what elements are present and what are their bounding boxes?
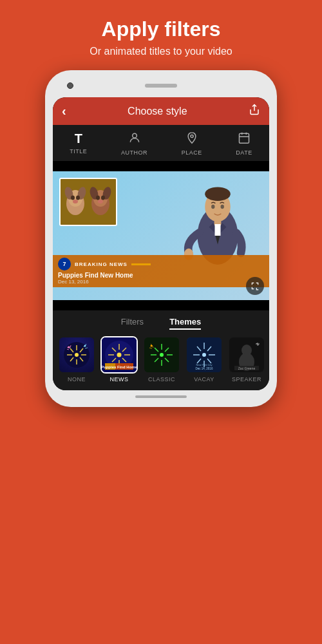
phone-bottom-bar bbox=[53, 395, 269, 398]
puppy-right bbox=[90, 184, 112, 220]
phone-speaker bbox=[145, 84, 177, 88]
svg-text:Dec 14, 2016: Dec 14, 2016 bbox=[196, 367, 213, 370]
sub-title: Or animated titles to your video bbox=[13, 46, 309, 57]
theme-news-label: NEWS bbox=[110, 376, 129, 383]
svg-point-9 bbox=[205, 187, 231, 202]
classic-theme-svg bbox=[144, 337, 179, 372]
svg-point-21 bbox=[76, 196, 80, 200]
date-icon bbox=[238, 131, 251, 147]
svg-point-14 bbox=[211, 205, 214, 209]
channel-logo: 7 bbox=[58, 258, 71, 270]
home-indicator bbox=[135, 395, 187, 398]
spacer-bottom bbox=[53, 300, 269, 310]
svg-rect-3 bbox=[240, 134, 249, 144]
author-icon bbox=[128, 131, 141, 147]
ticker-headline: Puppies Find New Home bbox=[58, 272, 264, 279]
theme-vacay-label: VACAY bbox=[194, 376, 214, 383]
back-button[interactable]: ‹ bbox=[62, 104, 66, 118]
news-theme-svg: Puppies Find Home bbox=[102, 337, 137, 372]
svg-point-29 bbox=[98, 200, 103, 204]
theme-classic-label: CLASSIC bbox=[148, 376, 175, 383]
news-ticker: 7 BREAKING NEWS Puppies Find New Home De… bbox=[53, 255, 269, 287]
place-label: PLACE bbox=[182, 149, 202, 156]
svg-point-22 bbox=[73, 200, 78, 204]
svg-point-72 bbox=[160, 353, 164, 357]
ticker-divider bbox=[131, 263, 151, 265]
svg-text:Puppies Find Home: Puppies Find Home bbox=[102, 365, 137, 369]
svg-point-39 bbox=[75, 353, 79, 357]
theme-news-bg: Puppies Find Home bbox=[102, 337, 137, 372]
theme-speaker[interactable]: Zac Greene SPEAKER bbox=[228, 336, 265, 383]
title-icon: T bbox=[75, 131, 82, 146]
tab-author[interactable]: AUTHOR bbox=[121, 131, 147, 156]
header-section: Apply filters Or animated titles to your… bbox=[0, 0, 322, 70]
tab-themes[interactable]: Themes bbox=[169, 317, 201, 330]
theme-none-bg bbox=[59, 337, 94, 372]
phone-top-bar bbox=[53, 79, 269, 92]
video-area: 7 BREAKING NEWS Puppies Find New Home De… bbox=[53, 171, 269, 300]
svg-point-20 bbox=[71, 196, 75, 200]
theme-news-thumbnail: Puppies Find Home bbox=[100, 336, 138, 374]
author-label: AUTHOR bbox=[121, 149, 147, 156]
svg-point-48 bbox=[84, 345, 86, 347]
svg-point-1 bbox=[132, 134, 137, 138]
svg-point-27 bbox=[96, 196, 100, 200]
theme-vacay-bg: Dec 14, 2016 New York City bbox=[187, 337, 222, 372]
bottom-section: Filters Themes bbox=[53, 310, 269, 390]
theme-speaker-thumbnail: Zac Greene bbox=[228, 336, 265, 374]
theme-items-list: NONE bbox=[53, 336, 269, 383]
camera-icon bbox=[67, 82, 73, 89]
share-icon bbox=[249, 104, 260, 115]
theme-classic-thumbnail bbox=[143, 336, 180, 374]
phone-screen: ‹ Choose style T TITLE bbox=[53, 97, 269, 390]
speaker-theme-svg: Zac Greene bbox=[229, 337, 264, 372]
vacay-theme-svg: Dec 14, 2016 New York City bbox=[187, 337, 222, 372]
fullscreen-icon bbox=[251, 281, 260, 290]
video-background: 7 BREAKING NEWS Puppies Find New Home De… bbox=[53, 171, 269, 300]
fullscreen-button[interactable] bbox=[246, 277, 264, 295]
ticker-date: Dec 13, 2016 bbox=[58, 279, 264, 285]
svg-point-76 bbox=[151, 345, 153, 347]
date-label: DATE bbox=[236, 149, 252, 156]
phone-wrapper: ‹ Choose style T TITLE bbox=[42, 70, 280, 407]
inset-puppies-box bbox=[59, 178, 117, 226]
theme-none-label: NONE bbox=[68, 376, 86, 383]
main-title: Apply filters bbox=[13, 18, 309, 41]
tab-filters[interactable]: Filters bbox=[121, 317, 144, 330]
theme-classic[interactable]: CLASSIC bbox=[143, 336, 180, 383]
filter-tabs: Filters Themes bbox=[53, 317, 269, 330]
phone-outer: ‹ Choose style T TITLE bbox=[45, 70, 277, 407]
tab-title[interactable]: T TITLE bbox=[70, 131, 87, 156]
svg-point-15 bbox=[221, 205, 224, 209]
puppies-bg bbox=[61, 179, 116, 225]
theme-none[interactable]: NONE bbox=[58, 336, 95, 383]
category-tabs: T TITLE AUTHOR bbox=[53, 125, 269, 161]
breaking-news-label: BREAKING NEWS bbox=[75, 261, 128, 267]
share-button[interactable] bbox=[249, 104, 260, 118]
theme-news[interactable]: Puppies Find Home NEWS bbox=[100, 336, 138, 383]
svg-point-2 bbox=[191, 135, 193, 138]
theme-vacay-thumbnail: Dec 14, 2016 New York City bbox=[185, 336, 223, 374]
svg-point-28 bbox=[101, 196, 105, 200]
theme-none-thumbnail bbox=[58, 336, 95, 374]
app-bar: ‹ Choose style bbox=[53, 97, 269, 125]
theme-speaker-bg: Zac Greene bbox=[229, 337, 264, 372]
place-icon bbox=[185, 131, 198, 147]
svg-text:Zac Greene: Zac Greene bbox=[238, 366, 256, 370]
theme-vacay[interactable]: Dec 14, 2016 New York City VACAY bbox=[185, 336, 223, 383]
spacer-top bbox=[53, 161, 269, 171]
svg-point-86 bbox=[202, 353, 206, 357]
tab-date[interactable]: DATE bbox=[236, 131, 252, 156]
title-label: TITLE bbox=[70, 148, 87, 155]
ticker-top: 7 BREAKING NEWS bbox=[58, 258, 264, 270]
svg-point-59 bbox=[117, 353, 122, 357]
svg-text:New York City: New York City bbox=[196, 363, 213, 366]
puppy-left bbox=[64, 184, 87, 220]
theme-classic-bg bbox=[144, 337, 179, 372]
svg-rect-13 bbox=[215, 224, 221, 236]
appbar-title: Choose style bbox=[128, 106, 187, 117]
theme-speaker-label: SPEAKER bbox=[232, 376, 261, 383]
tab-place[interactable]: PLACE bbox=[182, 131, 202, 156]
fireworks-svg bbox=[61, 339, 93, 371]
svg-point-44 bbox=[68, 346, 70, 348]
